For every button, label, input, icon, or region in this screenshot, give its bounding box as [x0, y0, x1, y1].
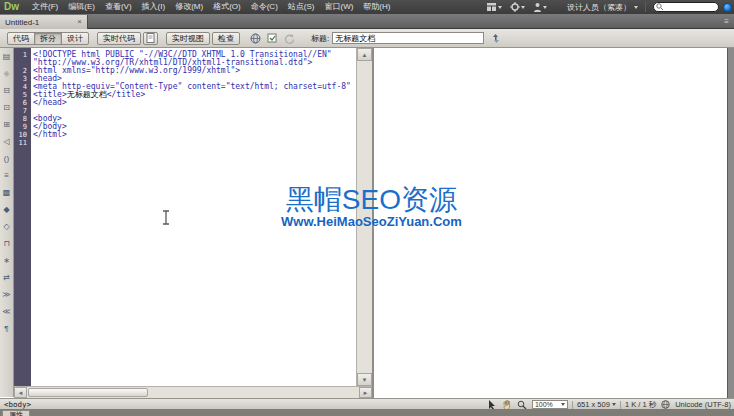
code-editor[interactable]: 1<!DOCTYPE html PUBLIC "-//W3C//DTD XHTM… [14, 51, 356, 147]
code-view-pane[interactable]: 1<!DOCTYPE html PUBLIC "-//W3C//DTD XHTM… [14, 48, 356, 386]
site-user-icon [533, 2, 542, 12]
menu-item-view[interactable]: 查看(V) [100, 0, 137, 14]
line-number: 6 [14, 99, 29, 107]
wrap-tag-icon[interactable]: ⊓ [1, 238, 13, 250]
code-line[interactable]: 2<html xmlns="http://www.w3.org/1999/xht… [14, 67, 356, 75]
split-view-button[interactable]: 拆分 [34, 32, 62, 45]
document-tab-bar: Untitled-1 × ≡ [0, 14, 734, 29]
help-search-box[interactable] [653, 2, 719, 12]
show-code-navigator-icon[interactable]: ◈ [1, 68, 13, 80]
extend-dreamweaver-button[interactable] [508, 1, 527, 13]
menu-item-modify[interactable]: 修改(M) [170, 0, 208, 14]
indent-code-icon[interactable]: ≫ [1, 289, 13, 301]
file-management-button[interactable] [488, 32, 503, 45]
code-text [29, 139, 33, 147]
open-documents-icon[interactable]: ▤ [1, 51, 13, 63]
layout-switcher-button[interactable] [485, 1, 504, 13]
hand-icon [502, 400, 512, 410]
line-numbers-icon[interactable]: ≡ [1, 170, 13, 182]
live-view-button[interactable]: 实时视图 [166, 32, 210, 45]
search-input[interactable] [666, 3, 716, 11]
menu-item-help[interactable]: 帮助(H) [358, 0, 395, 14]
tab-untitled-1[interactable]: Untitled-1 × [0, 15, 88, 29]
document-title-input[interactable] [332, 32, 484, 44]
ibeam-cursor-icon [162, 210, 170, 225]
menu-item-site[interactable]: 站点(S) [283, 0, 320, 14]
format-source-code-icon[interactable]: ¶ [1, 323, 13, 335]
menu-item-commands[interactable]: 命令(C) [246, 0, 283, 14]
scroll-up-arrow-icon[interactable]: ▲ [357, 48, 372, 61]
separator [645, 2, 646, 12]
encoding-value: Unicode (UTF-8) [675, 400, 731, 409]
code-line[interactable]: 10</html> [14, 131, 356, 139]
scroll-down-arrow-icon[interactable]: ▼ [357, 373, 372, 386]
validate-icon [267, 33, 278, 44]
line-number: 5 [14, 91, 29, 99]
design-view-pane[interactable] [374, 48, 727, 398]
workspace-switcher[interactable]: 设计人员（紧凑） [567, 2, 638, 13]
scrollbar-thumb[interactable] [28, 388, 148, 397]
highlight-invalid-code-icon[interactable]: ▩ [1, 187, 13, 199]
apply-comment-icon[interactable]: ◆ [1, 204, 13, 216]
workspace-label: 设计人员（紧凑） [567, 2, 631, 13]
live-code-options-button[interactable] [143, 32, 158, 45]
download-stats: 1 K / 1 秒 [625, 400, 656, 410]
window-size-value: 651 x 509 [577, 400, 610, 409]
zoom-level-select[interactable]: 100% [532, 400, 568, 409]
hand-tool-button[interactable] [502, 400, 513, 410]
tab-title: Untitled-1 [5, 18, 71, 27]
code-line[interactable]: 6</head> [14, 99, 356, 107]
separator [620, 401, 621, 409]
tab-close-button[interactable]: × [77, 18, 82, 26]
download-stats-value: 1 K / 1 秒 [625, 400, 656, 410]
remove-comment-icon[interactable]: ◇ [1, 221, 13, 233]
outdent-code-icon[interactable]: ≪ [1, 306, 13, 318]
pointer-icon [488, 400, 496, 410]
menu-item-edit[interactable]: 编辑(E) [63, 0, 100, 14]
line-number: 4 [14, 83, 29, 91]
zoom-level-value: 100% [535, 401, 553, 408]
line-number: 3 [14, 75, 29, 83]
inspect-button[interactable]: 检查 [212, 32, 240, 45]
code-view-button[interactable]: 代码 [7, 32, 35, 45]
line-number: 2 [14, 67, 29, 75]
encoding-indicator: Unicode (UTF-8) [675, 400, 731, 409]
code-line[interactable]: 11 [14, 139, 356, 147]
scroll-right-arrow-icon[interactable]: ► [359, 387, 372, 398]
window-size-select[interactable]: 651 x 509 [577, 400, 616, 409]
live-code-button[interactable]: 实时代码 [97, 32, 141, 45]
recent-snippets-icon[interactable]: ∗ [1, 255, 13, 267]
select-parent-tag-icon[interactable]: ◁ [1, 136, 13, 148]
properties-panel-tab[interactable]: 属性 [2, 410, 30, 416]
collapse-selection-icon[interactable]: ⊡ [1, 102, 13, 114]
line-number: 7 [14, 107, 29, 115]
collapse-full-tag-icon[interactable]: ⊟ [1, 85, 13, 97]
move-css-icon[interactable]: ⇄ [1, 272, 13, 284]
app-bar-right: 设计人员（紧凑） [485, 0, 732, 14]
expand-all-icon[interactable]: ⊞ [1, 119, 13, 131]
collapsed-panel-dock[interactable] [727, 48, 734, 398]
menu-item-insert[interactable]: 插入(I) [137, 0, 171, 14]
select-tool-button[interactable] [487, 400, 498, 410]
refresh-button[interactable] [282, 32, 297, 45]
menu-item-file[interactable]: 文件(F) [27, 0, 63, 14]
code-line[interactable]: 7 [14, 107, 356, 115]
validate-markup-button[interactable] [265, 32, 280, 45]
site-menu-button[interactable] [531, 1, 549, 13]
menu-item-format[interactable]: 格式(O) [208, 0, 246, 14]
magnifier-icon [517, 400, 527, 410]
chevron-down-icon [612, 403, 616, 406]
title-label: 标题: [311, 33, 329, 44]
code-vertical-scrollbar[interactable]: ▲ ▼ [356, 48, 372, 386]
menu-item-window[interactable]: 窗口(W) [319, 0, 358, 14]
balance-braces-icon[interactable]: () [1, 153, 13, 165]
preview-in-browser-button[interactable] [248, 32, 263, 45]
tag-selector-body[interactable]: <body> [4, 400, 31, 409]
cs-live-icon[interactable] [723, 3, 732, 12]
design-view-button[interactable]: 设计 [61, 32, 89, 45]
scroll-left-arrow-icon[interactable]: ◄ [14, 387, 27, 398]
status-bar: <body> 100% [0, 398, 734, 409]
code-horizontal-scrollbar[interactable]: ◄ ► [14, 386, 372, 398]
panel-collapse-icon[interactable]: ≡ [724, 16, 729, 27]
zoom-tool-button[interactable] [517, 400, 528, 410]
